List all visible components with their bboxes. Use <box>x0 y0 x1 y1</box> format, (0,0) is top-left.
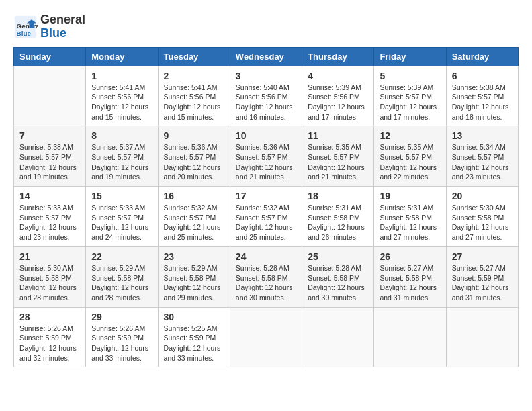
calendar-cell: 22Sunrise: 5:29 AM Sunset: 5:58 PM Dayli… <box>86 246 158 307</box>
day-number: 4 <box>308 71 368 81</box>
day-number: 14 <box>19 191 80 201</box>
day-info: Sunrise: 5:39 AM Sunset: 5:56 PM Dayligh… <box>308 83 368 122</box>
calendar-cell: 27Sunrise: 5:27 AM Sunset: 5:59 PM Dayli… <box>446 246 518 307</box>
day-number: 25 <box>308 251 368 262</box>
calendar-cell: 23Sunrise: 5:29 AM Sunset: 5:58 PM Dayli… <box>158 246 230 307</box>
calendar-cell: 3Sunrise: 5:40 AM Sunset: 5:56 PM Daylig… <box>230 66 302 126</box>
calendar-cell: 13Sunrise: 5:34 AM Sunset: 5:57 PM Dayli… <box>446 126 518 187</box>
day-info: Sunrise: 5:36 AM Sunset: 5:57 PM Dayligh… <box>236 142 296 182</box>
day-info: Sunrise: 5:36 AM Sunset: 5:57 PM Dayligh… <box>164 142 224 182</box>
calendar-cell: 8Sunrise: 5:37 AM Sunset: 5:57 PM Daylig… <box>86 126 158 187</box>
calendar-cell <box>302 307 374 367</box>
calendar-cell: 12Sunrise: 5:35 AM Sunset: 5:57 PM Dayli… <box>374 126 446 187</box>
day-number: 13 <box>452 130 513 141</box>
day-info: Sunrise: 5:31 AM Sunset: 5:58 PM Dayligh… <box>308 203 368 242</box>
day-number: 16 <box>164 191 224 201</box>
calendar-week-row: 7Sunrise: 5:38 AM Sunset: 5:57 PM Daylig… <box>14 126 519 187</box>
page-header: General Blue GeneralBlue <box>13 13 519 40</box>
calendar-week-row: 21Sunrise: 5:30 AM Sunset: 5:58 PM Dayli… <box>14 246 519 307</box>
calendar-header-row: SundayMondayTuesdayWednesdayThursdayFrid… <box>14 47 519 66</box>
calendar-cell: 10Sunrise: 5:36 AM Sunset: 5:57 PM Dayli… <box>230 126 302 187</box>
calendar-cell: 26Sunrise: 5:27 AM Sunset: 5:58 PM Dayli… <box>374 246 446 307</box>
logo-icon: General Blue <box>13 15 38 39</box>
calendar-cell: 21Sunrise: 5:30 AM Sunset: 5:58 PM Dayli… <box>14 246 86 307</box>
day-info: Sunrise: 5:35 AM Sunset: 5:57 PM Dayligh… <box>308 142 368 182</box>
day-number: 19 <box>380 191 440 201</box>
logo-text: GeneralBlue <box>40 13 85 40</box>
day-number: 18 <box>308 191 368 201</box>
day-number: 21 <box>19 251 80 262</box>
column-header-saturday: Saturday <box>446 47 518 66</box>
day-number: 5 <box>380 71 440 81</box>
day-info: Sunrise: 5:32 AM Sunset: 5:57 PM Dayligh… <box>236 203 296 242</box>
calendar-cell: 29Sunrise: 5:26 AM Sunset: 5:59 PM Dayli… <box>86 307 158 367</box>
day-info: Sunrise: 5:34 AM Sunset: 5:57 PM Dayligh… <box>452 142 513 182</box>
calendar-cell: 15Sunrise: 5:33 AM Sunset: 5:57 PM Dayli… <box>86 187 158 247</box>
day-info: Sunrise: 5:27 AM Sunset: 5:59 PM Dayligh… <box>452 263 513 303</box>
day-info: Sunrise: 5:40 AM Sunset: 5:56 PM Dayligh… <box>236 83 296 122</box>
calendar-cell: 5Sunrise: 5:39 AM Sunset: 5:57 PM Daylig… <box>374 66 446 126</box>
day-number: 1 <box>91 71 152 81</box>
day-info: Sunrise: 5:26 AM Sunset: 5:59 PM Dayligh… <box>91 324 152 363</box>
calendar-cell: 11Sunrise: 5:35 AM Sunset: 5:57 PM Dayli… <box>302 126 374 187</box>
day-number: 20 <box>452 191 513 201</box>
day-info: Sunrise: 5:39 AM Sunset: 5:57 PM Dayligh… <box>380 83 440 122</box>
calendar-cell: 7Sunrise: 5:38 AM Sunset: 5:57 PM Daylig… <box>14 126 86 187</box>
day-number: 6 <box>452 71 513 81</box>
calendar-cell <box>374 307 446 367</box>
day-info: Sunrise: 5:28 AM Sunset: 5:58 PM Dayligh… <box>308 263 368 303</box>
day-number: 9 <box>164 130 224 141</box>
day-number: 7 <box>19 130 80 141</box>
calendar-cell: 9Sunrise: 5:36 AM Sunset: 5:57 PM Daylig… <box>158 126 230 187</box>
calendar-cell <box>14 66 86 126</box>
day-number: 15 <box>91 191 152 201</box>
column-header-thursday: Thursday <box>302 47 374 66</box>
calendar-cell: 2Sunrise: 5:41 AM Sunset: 5:56 PM Daylig… <box>158 66 230 126</box>
day-number: 30 <box>164 312 224 322</box>
day-number: 23 <box>164 251 224 262</box>
day-info: Sunrise: 5:37 AM Sunset: 5:57 PM Dayligh… <box>91 142 152 182</box>
day-info: Sunrise: 5:26 AM Sunset: 5:59 PM Dayligh… <box>19 324 80 363</box>
calendar-cell: 14Sunrise: 5:33 AM Sunset: 5:57 PM Dayli… <box>14 187 86 247</box>
day-number: 28 <box>19 312 80 322</box>
calendar-cell: 24Sunrise: 5:28 AM Sunset: 5:58 PM Dayli… <box>230 246 302 307</box>
day-info: Sunrise: 5:33 AM Sunset: 5:57 PM Dayligh… <box>19 203 80 242</box>
day-number: 24 <box>236 251 296 262</box>
day-number: 8 <box>91 130 152 141</box>
calendar-cell: 4Sunrise: 5:39 AM Sunset: 5:56 PM Daylig… <box>302 66 374 126</box>
day-info: Sunrise: 5:31 AM Sunset: 5:58 PM Dayligh… <box>380 203 440 242</box>
day-info: Sunrise: 5:41 AM Sunset: 5:56 PM Dayligh… <box>91 83 152 122</box>
day-info: Sunrise: 5:33 AM Sunset: 5:57 PM Dayligh… <box>91 203 152 242</box>
svg-text:Blue: Blue <box>17 29 32 36</box>
day-info: Sunrise: 5:38 AM Sunset: 5:57 PM Dayligh… <box>452 83 513 122</box>
calendar-cell <box>230 307 302 367</box>
day-info: Sunrise: 5:35 AM Sunset: 5:57 PM Dayligh… <box>380 142 440 182</box>
calendar-cell: 28Sunrise: 5:26 AM Sunset: 5:59 PM Dayli… <box>14 307 86 367</box>
day-info: Sunrise: 5:32 AM Sunset: 5:57 PM Dayligh… <box>164 203 224 242</box>
calendar-cell: 19Sunrise: 5:31 AM Sunset: 5:58 PM Dayli… <box>374 187 446 247</box>
calendar-cell: 16Sunrise: 5:32 AM Sunset: 5:57 PM Dayli… <box>158 187 230 247</box>
column-header-monday: Monday <box>86 47 158 66</box>
day-info: Sunrise: 5:38 AM Sunset: 5:57 PM Dayligh… <box>19 142 80 182</box>
day-info: Sunrise: 5:29 AM Sunset: 5:58 PM Dayligh… <box>164 263 224 303</box>
day-info: Sunrise: 5:25 AM Sunset: 5:59 PM Dayligh… <box>164 324 224 363</box>
calendar-table: SundayMondayTuesdayWednesdayThursdayFrid… <box>13 47 519 368</box>
day-number: 27 <box>452 251 513 262</box>
day-number: 3 <box>236 71 296 81</box>
day-info: Sunrise: 5:30 AM Sunset: 5:58 PM Dayligh… <box>452 203 513 242</box>
day-number: 10 <box>236 130 296 141</box>
calendar-week-row: 28Sunrise: 5:26 AM Sunset: 5:59 PM Dayli… <box>14 307 519 367</box>
day-info: Sunrise: 5:27 AM Sunset: 5:58 PM Dayligh… <box>380 263 440 303</box>
calendar-cell <box>446 307 518 367</box>
calendar-cell: 1Sunrise: 5:41 AM Sunset: 5:56 PM Daylig… <box>86 66 158 126</box>
calendar-cell: 17Sunrise: 5:32 AM Sunset: 5:57 PM Dayli… <box>230 187 302 247</box>
calendar-cell: 25Sunrise: 5:28 AM Sunset: 5:58 PM Dayli… <box>302 246 374 307</box>
day-number: 22 <box>91 251 152 262</box>
calendar-week-row: 1Sunrise: 5:41 AM Sunset: 5:56 PM Daylig… <box>14 66 519 126</box>
column-header-sunday: Sunday <box>14 47 86 66</box>
calendar-cell: 18Sunrise: 5:31 AM Sunset: 5:58 PM Dayli… <box>302 187 374 247</box>
calendar-week-row: 14Sunrise: 5:33 AM Sunset: 5:57 PM Dayli… <box>14 187 519 247</box>
calendar-cell: 20Sunrise: 5:30 AM Sunset: 5:58 PM Dayli… <box>446 187 518 247</box>
column-header-tuesday: Tuesday <box>158 47 230 66</box>
day-number: 17 <box>236 191 296 201</box>
